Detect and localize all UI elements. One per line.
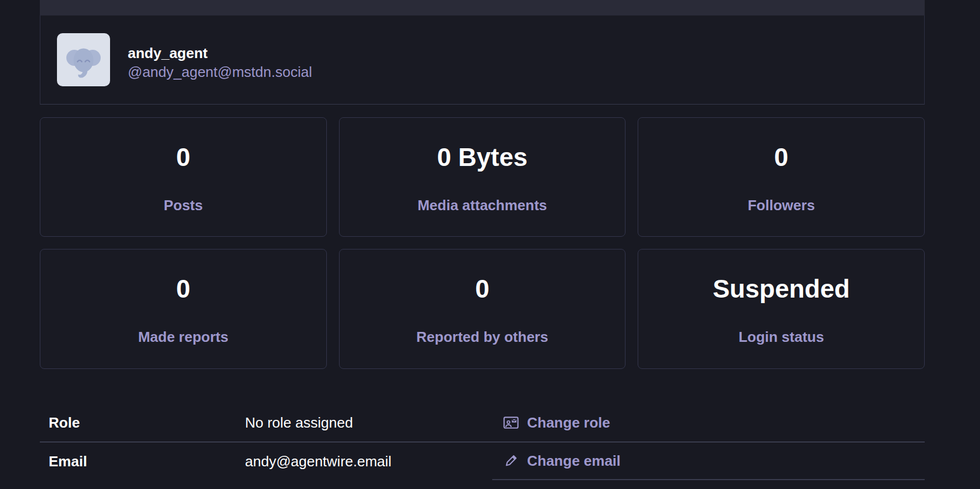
admin-account-page: andy_agent @andy_agent@mstdn.social 0 Po…: [40, 0, 925, 480]
change-email-button[interactable]: Change email: [503, 452, 621, 470]
stat-value: 0: [340, 274, 625, 304]
stat-label: Followers: [638, 197, 924, 214]
row-value: andy@agentwire.email: [245, 443, 492, 480]
topbar-strip: [40, 0, 925, 15]
stat-card-made-reports: 0 Made reports: [40, 249, 327, 369]
stat-value: 0 Bytes: [340, 142, 625, 172]
dashboard-stats-grid: 0 Posts 0 Bytes Media attachments 0 Foll…: [40, 117, 925, 369]
row-label: Email: [40, 443, 245, 480]
stat-value: Suspended: [638, 274, 924, 304]
table-row-email: Email andy@agentwire.email Change email: [40, 443, 925, 480]
account-header-card: andy_agent @andy_agent@mstdn.social: [40, 15, 925, 105]
action-label: Change role: [527, 414, 610, 431]
pencil-icon: [503, 452, 519, 469]
stat-label: Reported by others: [340, 329, 625, 345]
action-label: Change email: [527, 452, 621, 470]
stat-card-followers: 0 Followers: [638, 117, 925, 237]
id-card-icon: [503, 414, 519, 431]
stat-label: Login status: [638, 329, 924, 345]
stat-value: 0: [40, 142, 326, 172]
row-label: Role: [40, 404, 245, 441]
avatar: [57, 33, 110, 86]
mastodon-elephant-icon: [60, 37, 107, 83]
stat-card-reported-by-others: 0 Reported by others: [339, 249, 626, 369]
stat-card-login-status: Suspended Login status: [638, 249, 925, 369]
stat-label: Made reports: [40, 329, 326, 345]
account-details-table: Role No role assigned Change role Email …: [40, 404, 925, 480]
table-row-role: Role No role assigned Change role: [40, 404, 925, 443]
stat-value: 0: [638, 142, 924, 172]
account-username: andy_agent: [128, 44, 312, 63]
account-handle: @andy_agent@mstdn.social: [128, 63, 312, 81]
stat-card-posts: 0 Posts: [40, 117, 327, 237]
row-value: No role assigned: [245, 404, 492, 441]
stat-label: Posts: [40, 197, 326, 214]
stat-label: Media attachments: [340, 197, 625, 214]
stat-value: 0: [40, 274, 326, 304]
change-role-button[interactable]: Change role: [503, 414, 610, 431]
stat-card-media-attachments: 0 Bytes Media attachments: [339, 117, 626, 237]
